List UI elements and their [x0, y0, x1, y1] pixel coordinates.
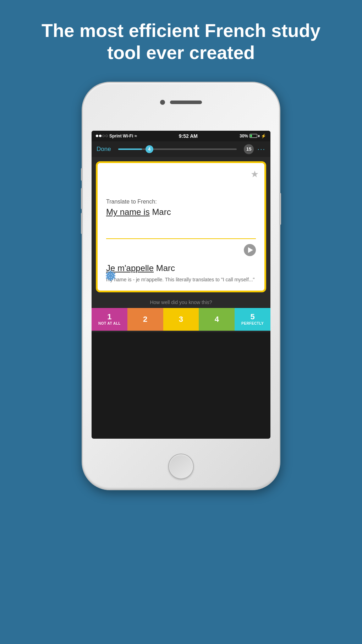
done-button[interactable]: Done — [97, 146, 111, 153]
translate-prompt: Translate to French: — [106, 199, 256, 205]
battery-fill — [250, 135, 252, 137]
answer-input-line[interactable] — [106, 238, 256, 239]
play-triangle-icon — [248, 247, 253, 253]
rating-button-5[interactable]: 5 PERFECTLY — [235, 308, 270, 331]
status-bar: Sprint Wi-Fi ≈ 9:52 AM 30% ⚡ — [92, 131, 270, 141]
rating-5-num: 5 — [250, 313, 254, 321]
play-audio-button[interactable] — [244, 244, 256, 256]
replay-icon[interactable]: ❅ — [105, 269, 116, 284]
rating-3-num: 3 — [179, 315, 183, 323]
nav-bar: Done 4 15 ··· — [92, 141, 270, 157]
side-button-vol-up — [81, 188, 83, 209]
rating-1-num: 1 — [107, 313, 111, 321]
battery-icon — [249, 134, 259, 138]
side-button-power — [279, 193, 281, 225]
star-icon[interactable]: ★ — [251, 169, 259, 180]
signal-dot-2 — [99, 135, 102, 137]
rating-button-1[interactable]: 1 NOT AT ALL — [92, 308, 127, 331]
progress-track: 4 — [118, 148, 237, 150]
battery-tip — [258, 135, 259, 137]
home-button[interactable] — [168, 454, 194, 479]
rating-4-num: 4 — [215, 315, 219, 323]
speaker-grill — [170, 101, 202, 104]
status-left: Sprint Wi-Fi ≈ — [96, 134, 137, 139]
flashcard: ★ Translate to French: My name is Marc J… — [96, 161, 266, 292]
rating-question: How well did you know this? — [92, 299, 270, 305]
rating-buttons: 1 NOT AT ALL 2 3 4 5 PERFECTLY — [92, 308, 270, 331]
signal-dot-1 — [96, 135, 98, 137]
rating-1-label: NOT AT ALL — [98, 321, 121, 325]
rating-bar: How well did you know this? 1 NOT AT ALL… — [92, 297, 270, 332]
signal-dot-4 — [105, 135, 108, 137]
signal-strength — [96, 135, 108, 137]
battery-body — [249, 134, 257, 138]
progress-total-bubble: 15 — [244, 144, 254, 154]
side-button-vol-down — [81, 213, 83, 234]
answer-name: Marc — [156, 263, 175, 273]
rating-button-3[interactable]: 3 — [163, 308, 199, 331]
status-time: 9:52 AM — [179, 133, 198, 139]
phrase-name: Marc — [152, 207, 171, 217]
progress-current-bubble: 4 — [146, 145, 153, 153]
more-options-button[interactable]: ··· — [257, 145, 265, 153]
phone-top-details — [160, 100, 202, 105]
wifi-icon: ≈ — [135, 134, 137, 139]
translate-phrase: My name is Marc — [106, 207, 256, 217]
page-headline: The most efficient French study tool eve… — [35, 20, 327, 64]
answer-phrase: Je m'appelle Marc — [106, 263, 256, 273]
flashcard-area: ★ Translate to French: My name is Marc J… — [92, 157, 270, 297]
progress-fill — [118, 148, 142, 150]
phrase-underlined: My name is — [106, 207, 150, 217]
answer-explanation: my name is - je m'appelle. This literall… — [106, 276, 256, 283]
phone-mockup: Sprint Wi-Fi ≈ 9:52 AM 30% ⚡ Done — [82, 82, 280, 490]
phone-screen: Sprint Wi-Fi ≈ 9:52 AM 30% ⚡ Done — [92, 131, 270, 439]
rating-2-num: 2 — [143, 315, 147, 323]
rating-5-label: PERFECTLY — [241, 321, 264, 325]
rating-button-4[interactable]: 4 — [199, 308, 235, 331]
battery-percent: 30% — [240, 134, 248, 139]
lightning-icon: ⚡ — [261, 134, 266, 139]
front-camera-icon — [160, 100, 165, 105]
signal-dot-3 — [102, 135, 105, 137]
side-button-mute — [81, 168, 83, 181]
status-right: 30% ⚡ — [240, 134, 266, 139]
rating-button-2[interactable]: 2 — [127, 308, 163, 331]
carrier-label: Sprint Wi-Fi — [109, 134, 133, 139]
